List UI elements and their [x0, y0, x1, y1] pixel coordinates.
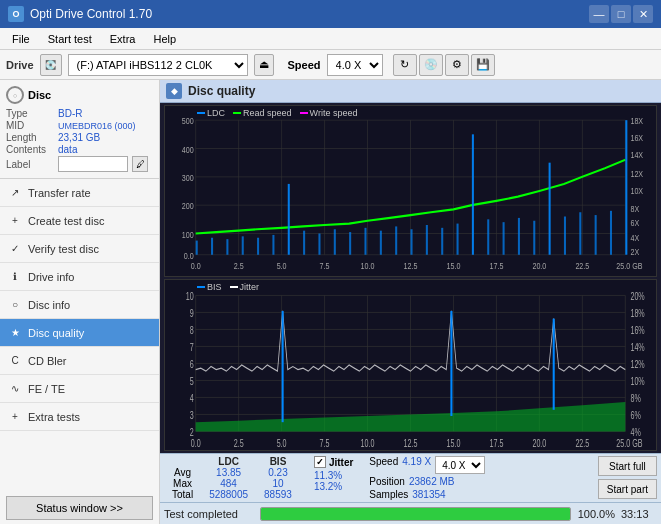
sidebar-item-label: Disc quality — [28, 327, 84, 339]
jitter-checkbox[interactable]: ✓ — [314, 456, 326, 468]
sidebar-item-verify-test-disc[interactable]: ✓ Verify test disc — [0, 235, 159, 263]
svg-text:7: 7 — [190, 342, 194, 354]
drive-select[interactable]: (F:) ATAPI iHBS112 2 CL0K — [68, 54, 248, 76]
length-label: Length — [6, 132, 54, 143]
disc-quality-header-icon: ◆ — [166, 83, 182, 99]
svg-text:22.5: 22.5 — [575, 437, 589, 449]
svg-text:6%: 6% — [630, 410, 640, 422]
svg-rect-24 — [288, 184, 290, 255]
disc-quality-header: ◆ Disc quality — [160, 80, 661, 103]
drive-info-icon: ℹ — [8, 270, 22, 284]
svg-text:10%: 10% — [630, 376, 644, 388]
svg-text:16X: 16X — [630, 132, 643, 143]
speed-value: 4.19 X — [402, 456, 431, 474]
nav-section: ↗ Transfer rate + Create test disc ✓ Ver… — [0, 179, 159, 524]
sidebar-item-fe-te[interactable]: ∿ FE / TE — [0, 375, 159, 403]
svg-text:500: 500 — [182, 115, 194, 126]
svg-text:25.0 GB: 25.0 GB — [616, 260, 642, 271]
sidebar-item-label: Disc info — [28, 299, 70, 311]
settings-button[interactable]: ⚙ — [445, 54, 469, 76]
svg-rect-18 — [196, 241, 198, 255]
sidebar-item-label: Create test disc — [28, 215, 104, 227]
buttons-section: Start full Start part — [598, 456, 657, 499]
svg-text:8: 8 — [190, 325, 194, 337]
svg-rect-44 — [595, 215, 597, 255]
svg-rect-25 — [303, 231, 305, 255]
drive-label: Drive — [6, 59, 34, 71]
svg-text:7.5: 7.5 — [320, 437, 330, 449]
fe-te-icon: ∿ — [8, 382, 22, 396]
disc-label-row: Label 🖊 — [6, 156, 153, 172]
menu-file[interactable]: File — [4, 31, 38, 47]
ldc-chart: LDC Read speed Write speed — [164, 105, 657, 277]
jitter-avg: 11.3% — [314, 470, 342, 481]
position-value: 23862 MB — [409, 476, 455, 487]
svg-rect-26 — [318, 234, 320, 255]
svg-text:20.0: 20.0 — [532, 437, 546, 449]
speed-label: Speed — [369, 456, 398, 474]
sidebar-item-disc-info[interactable]: ○ Disc info — [0, 291, 159, 319]
save-button[interactable]: 💾 — [471, 54, 495, 76]
drive-icon: 💽 — [40, 54, 62, 76]
svg-text:8X: 8X — [630, 203, 639, 214]
maximize-button[interactable]: □ — [611, 5, 631, 23]
row-label-avg: Avg — [164, 467, 201, 478]
svg-text:0.0: 0.0 — [191, 260, 201, 271]
sidebar-item-cd-bler[interactable]: C CD Bler — [0, 347, 159, 375]
close-button[interactable]: ✕ — [633, 5, 653, 23]
disc-contents-row: Contents data — [6, 144, 153, 155]
svg-text:12X: 12X — [630, 168, 643, 179]
label-input[interactable] — [58, 156, 128, 172]
samples-row: Samples 381354 — [369, 489, 485, 500]
disc-info-panel: ○ Disc Type BD-R MID UMEBDR016 (000) Len… — [0, 80, 159, 179]
disc-button[interactable]: 💿 — [419, 54, 443, 76]
stats-row-avg: Avg 13.85 0.23 — [164, 467, 300, 478]
menu-help[interactable]: Help — [145, 31, 184, 47]
jitter-max-row: 13.2% — [314, 481, 353, 492]
start-part-button[interactable]: Start part — [598, 479, 657, 499]
status-window-button[interactable]: Status window >> — [6, 496, 153, 520]
jitter-avg-row: 11.3% — [314, 470, 353, 481]
svg-text:9: 9 — [190, 308, 194, 320]
toolbar-icons: ↻ 💿 ⚙ 💾 — [393, 54, 495, 76]
sidebar-item-label: Verify test disc — [28, 243, 99, 255]
col-header-empty — [164, 456, 201, 467]
speed-dropdown[interactable]: 4.0 X — [435, 456, 485, 474]
menu-extra[interactable]: Extra — [102, 31, 144, 47]
start-full-button[interactable]: Start full — [598, 456, 657, 476]
row-label-total: Total — [164, 489, 201, 500]
svg-rect-33 — [426, 225, 428, 255]
svg-text:17.5: 17.5 — [489, 437, 503, 449]
svg-rect-22 — [257, 238, 259, 255]
sidebar-item-extra-tests[interactable]: + Extra tests — [0, 403, 159, 431]
position-row: Position 23862 MB — [369, 476, 485, 487]
refresh-button[interactable]: ↻ — [393, 54, 417, 76]
speed-select[interactable]: 4.0 X 2.0 X 1.0 X — [327, 54, 383, 76]
svg-rect-20 — [226, 239, 228, 255]
svg-rect-34 — [441, 228, 443, 255]
svg-rect-41 — [549, 163, 551, 255]
svg-rect-19 — [211, 238, 213, 255]
svg-text:6: 6 — [190, 359, 194, 371]
svg-text:4: 4 — [190, 393, 194, 405]
svg-text:400: 400 — [182, 144, 194, 155]
svg-text:10.0: 10.0 — [361, 260, 375, 271]
title-bar-left: O Opti Drive Control 1.70 — [8, 6, 152, 22]
minimize-button[interactable]: — — [589, 5, 609, 23]
progress-bar-area: Test completed 100.0% 33:13 — [160, 502, 661, 524]
contents-value: data — [58, 144, 77, 155]
speed-label: Speed — [288, 59, 321, 71]
menu-start-test[interactable]: Start test — [40, 31, 100, 47]
app-icon: O — [8, 6, 24, 22]
sidebar-item-drive-info[interactable]: ℹ Drive info — [0, 263, 159, 291]
sidebar-item-create-test-disc[interactable]: + Create test disc — [0, 207, 159, 235]
svg-rect-42 — [564, 217, 566, 255]
speed-section: Speed 4.19 X 4.0 X Position 23862 MB Sam… — [369, 456, 485, 500]
sidebar-item-disc-quality[interactable]: ★ Disc quality — [0, 319, 159, 347]
disc-quality-icon: ★ — [8, 326, 22, 340]
sidebar-item-transfer-rate[interactable]: ↗ Transfer rate — [0, 179, 159, 207]
transfer-rate-icon: ↗ — [8, 186, 22, 200]
label-edit-button[interactable]: 🖊 — [132, 156, 148, 172]
mid-label: MID — [6, 120, 54, 131]
eject-button[interactable]: ⏏ — [254, 54, 274, 76]
